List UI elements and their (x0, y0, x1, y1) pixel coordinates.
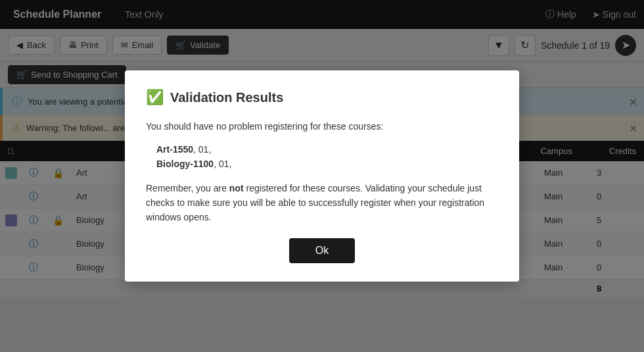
modal-title: ✅ Validation Results (146, 89, 498, 106)
modal-courses: Art-1550, 01, Biology-1100, 01, (156, 142, 498, 172)
modal-course2: Biology-1100, 01, (156, 157, 498, 171)
validation-modal: ✅ Validation Results You should have no … (125, 70, 519, 281)
check-icon: ✅ (146, 89, 164, 106)
modal-course1: Art-1550, 01, (156, 142, 498, 157)
modal-overlay: ✅ Validation Results You should have no … (0, 0, 644, 352)
ok-button[interactable]: Ok (289, 238, 355, 263)
modal-note: Remember, you are not registered for the… (146, 181, 498, 225)
modal-intro: You should have no problem registering f… (146, 119, 498, 134)
modal-body: You should have no problem registering f… (146, 119, 498, 224)
